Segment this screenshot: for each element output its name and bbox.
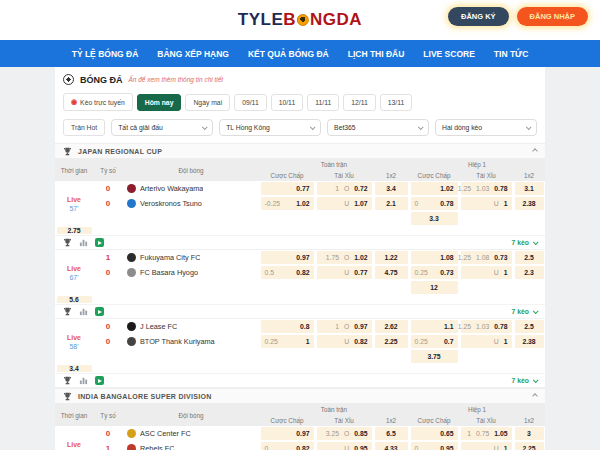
team-row[interactable]: FC Basara Hyogo	[123, 265, 259, 280]
over-under-odds-cell[interactable]: U1	[461, 442, 512, 450]
over-under-odds-cell[interactable]: 1O0.72	[317, 182, 372, 195]
trophy-icon[interactable]	[63, 376, 72, 385]
login-button[interactable]: ĐĂNG NHẬP	[517, 7, 588, 26]
one-x-two-odds-cell[interactable]: 4.75	[375, 266, 408, 279]
one-x-two-odds-cell[interactable]: 1.22	[375, 251, 408, 264]
filter-dropdown-0[interactable]: Tất cả giải đấu	[111, 119, 213, 136]
date-tab-3[interactable]: 09/11	[234, 94, 267, 111]
team-row[interactable]: ASC Center FC	[123, 426, 259, 441]
team-row[interactable]: Arterivo Wakayama	[123, 181, 259, 196]
handicap-odds-cell[interactable]: 0.250.73	[411, 266, 458, 279]
handicap-odds-cell[interactable]: 0.250.7	[411, 335, 458, 348]
handicap-odds-cell[interactable]: 0.50.82	[261, 266, 314, 279]
over-under-odds-cell[interactable]: U0.95	[317, 442, 372, 450]
one-x-two-odds-cell[interactable]: 5.6	[57, 296, 92, 303]
nav-item-5[interactable]: TIN TỨC	[494, 49, 528, 59]
team-row[interactable]: Veroskronos Tsuno	[123, 196, 259, 211]
live-video-icon[interactable]	[95, 238, 104, 247]
handicap-odds-cell[interactable]: 00.95	[411, 442, 458, 450]
one-x-two-odds-cell[interactable]: 3.75	[411, 350, 458, 363]
site-logo[interactable]: TYLEBNGDA	[238, 10, 362, 30]
over-under-odds-cell[interactable]: U0.77	[317, 266, 372, 279]
date-tab-4[interactable]: 10/11	[271, 94, 304, 111]
ou-label: O	[344, 323, 349, 330]
one-x-two-odds-cell[interactable]: 4.33	[375, 442, 408, 450]
signup-button[interactable]: ĐĂNG KÝ	[448, 7, 509, 26]
trophy-icon[interactable]	[63, 238, 72, 247]
filter-dropdown-3[interactable]: Hai dòng kèo	[435, 119, 537, 136]
handicap-odds-cell[interactable]: 0.251	[261, 335, 314, 348]
over-under-odds-cell[interactable]: 1O0.97	[317, 320, 372, 333]
handicap-odds-cell[interactable]: 0.97	[261, 427, 314, 440]
over-under-odds-cell[interactable]: 1.251.080.73	[461, 251, 512, 264]
trophy-icon[interactable]	[63, 307, 72, 316]
one-x-two-odds-cell[interactable]: 3.4	[375, 182, 408, 195]
date-tab-0[interactable]: ◉Kèo trực tuyến	[63, 93, 133, 111]
handicap-odds-cell[interactable]: 00.82	[261, 442, 314, 450]
over-under-odds-cell[interactable]: 1.251.030.78	[461, 182, 512, 195]
one-x-two-odds-cell[interactable]: 2.5	[515, 320, 544, 333]
one-x-two-odds-cell[interactable]: 3.3	[411, 212, 458, 225]
handicap-odds-cell[interactable]: -0.251.02	[261, 197, 314, 210]
handicap-odds-cell[interactable]: 1.08	[411, 251, 458, 264]
one-x-two-odds-cell[interactable]: 3.4	[57, 365, 92, 372]
one-x-two-odds-cell[interactable]: 3.1	[515, 182, 544, 195]
handicap-odds-cell[interactable]: 1.1	[411, 320, 458, 333]
one-x-two-odds-cell[interactable]: 2.25	[375, 335, 408, 348]
over-under-odds-cell[interactable]: 3.25O0.85	[317, 427, 372, 440]
handicap-odds-cell[interactable]: 0.8	[261, 320, 314, 333]
one-x-two-odds-cell[interactable]: 2.3	[515, 266, 544, 279]
more-odds-link[interactable]: 7 kèo	[512, 308, 537, 315]
over-under-odds-cell[interactable]: 1.251.030.78	[461, 320, 512, 333]
over-under-odds-cell[interactable]: U1	[461, 197, 512, 210]
handicap-odds-cell[interactable]: 00.78	[411, 197, 458, 210]
league-header-1[interactable]: INDIA BANGALORE SUPER DIVISION	[55, 388, 545, 404]
one-x-two-odds-cell[interactable]: 2.1	[375, 197, 408, 210]
one-x-two-odds-cell[interactable]: 2.38	[515, 335, 544, 348]
ou-odds: 0.85	[354, 430, 367, 437]
stats-icon[interactable]	[79, 238, 88, 247]
filter-dropdown-1[interactable]: TL Hồng Kông	[219, 119, 321, 136]
stats-icon[interactable]	[79, 307, 88, 316]
nav-item-3[interactable]: LỊCH THI ĐẤU	[348, 49, 405, 59]
handicap-odds-cell[interactable]: 0.97	[261, 251, 314, 264]
hot-matches-button[interactable]: Trận Hot	[63, 119, 105, 136]
nav-item-4[interactable]: LIVE SCORE	[423, 49, 474, 59]
one-x-two-odds-cell[interactable]: 2.25	[515, 442, 544, 450]
handicap-odds-cell[interactable]: 1.02	[411, 182, 458, 195]
over-under-odds-cell[interactable]: 1.75O1.02	[317, 251, 372, 264]
date-tab-1[interactable]: Hôm nay	[137, 94, 182, 111]
live-video-icon[interactable]	[95, 307, 104, 316]
handicap-odds-cell[interactable]: 0.77	[261, 182, 314, 195]
over-under-odds-cell[interactable]: 10.751.05	[461, 427, 512, 440]
over-under-odds-cell[interactable]: U1	[461, 335, 512, 348]
over-under-odds-cell[interactable]: U1	[461, 266, 512, 279]
over-under-odds-cell[interactable]: U0.82	[317, 335, 372, 348]
team-row[interactable]: Rebels FC	[123, 441, 259, 450]
more-odds-link[interactable]: 7 kèo	[512, 239, 537, 246]
more-odds-link[interactable]: 7 kèo	[512, 377, 537, 384]
team-row[interactable]: J Lease FC	[123, 319, 259, 334]
over-under-odds-cell[interactable]: U1.07	[317, 197, 372, 210]
one-x-two-odds-cell[interactable]: 3	[515, 427, 544, 440]
date-tab-7[interactable]: 13/11	[380, 94, 413, 111]
date-tab-6[interactable]: 12/11	[343, 94, 376, 111]
one-x-two-odds-cell[interactable]: 2.5	[515, 251, 544, 264]
date-tab-5[interactable]: 11/11	[307, 94, 339, 111]
date-tab-2[interactable]: Ngày mai	[185, 94, 230, 111]
filter-dropdown-2[interactable]: Bet365	[327, 119, 429, 136]
nav-item-0[interactable]: TỶ LỆ BÓNG ĐÁ	[72, 49, 139, 59]
league-header-0[interactable]: JAPAN REGIONAL CUP	[55, 143, 545, 159]
one-x-two-odds-cell[interactable]: 2.75	[57, 227, 92, 234]
stats-icon[interactable]	[79, 376, 88, 385]
one-x-two-odds-cell[interactable]: 2.62	[375, 320, 408, 333]
one-x-two-odds-cell[interactable]: 6.5	[375, 427, 408, 440]
live-video-icon[interactable]	[95, 376, 104, 385]
one-x-two-odds-cell[interactable]: 2.38	[515, 197, 544, 210]
team-row[interactable]: Fukuyama City FC	[123, 250, 259, 265]
one-x-two-odds-cell[interactable]: 12	[411, 281, 458, 294]
handicap-odds-cell[interactable]: 0.65	[411, 427, 458, 440]
nav-item-1[interactable]: BẢNG XẾP HẠNG	[157, 49, 229, 59]
nav-item-2[interactable]: KẾT QUẢ BÓNG ĐÁ	[248, 49, 329, 59]
team-row[interactable]: BTOP Thank Kuriyama	[123, 334, 259, 349]
